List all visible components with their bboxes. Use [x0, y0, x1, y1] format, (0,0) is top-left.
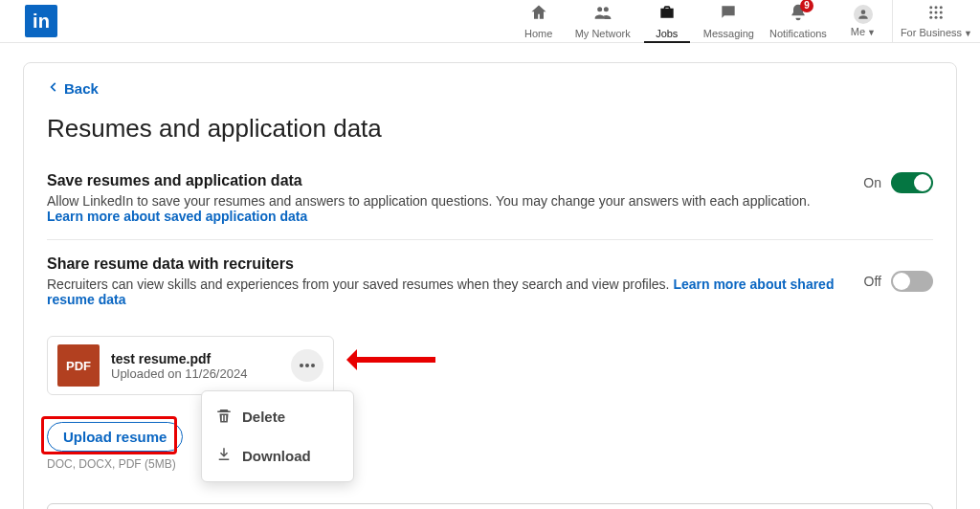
grid-icon — [927, 4, 945, 25]
nav-label: Home — [524, 28, 552, 39]
nav-label: My Network — [575, 28, 631, 39]
svg-point-9 — [300, 364, 303, 367]
svg-point-5 — [940, 11, 943, 14]
toggle-label: On — [863, 175, 881, 190]
download-icon — [215, 446, 233, 466]
info-banner: Your saved resumes allow us to improve y… — [47, 503, 933, 509]
menu-label: Download — [242, 448, 311, 464]
toggle-save-resumes[interactable] — [891, 172, 933, 193]
nav-label: Jobs — [656, 28, 678, 39]
page-title: Resumes and application data — [47, 114, 933, 144]
menu-download[interactable]: Download — [202, 436, 353, 476]
nav-label: Notifications — [769, 28, 827, 39]
svg-point-1 — [935, 6, 938, 9]
nav-network[interactable]: My Network — [568, 0, 638, 42]
menu-label: Delete — [242, 409, 285, 425]
avatar-icon — [854, 5, 873, 24]
nav-label: For Business▼ — [901, 27, 972, 38]
nav-label: Messaging — [703, 28, 754, 39]
top-nav: in Home My Network Jobs Messaging — [0, 0, 980, 43]
message-icon — [719, 3, 738, 26]
annotation-arrow — [349, 354, 435, 364]
toggle-share-recruiters[interactable] — [891, 271, 933, 292]
svg-point-6 — [930, 16, 933, 19]
badge: 9 — [800, 0, 813, 12]
briefcase-icon — [657, 3, 677, 26]
resume-options-menu: Delete Download — [201, 390, 354, 482]
resume-date: Uploaded on 11/26/2024 — [111, 366, 247, 381]
settings-card: Back Resumes and application data Save r… — [23, 62, 957, 509]
svg-point-2 — [940, 6, 943, 9]
nav-messaging[interactable]: Messaging — [696, 0, 762, 42]
back-label: Back — [64, 80, 99, 97]
chevron-down-icon: ▼ — [964, 29, 972, 38]
section-share-recruiters: Share resume data with recruiters Recrui… — [47, 239, 933, 486]
upload-resume-button[interactable]: Upload resume — [47, 422, 183, 452]
upload-hint: DOC, DOCX, PDF (5MB) — [47, 457, 183, 471]
nav-label: Me▼ — [851, 26, 876, 37]
menu-delete[interactable]: Delete — [202, 397, 353, 436]
svg-point-8 — [940, 16, 943, 19]
back-link[interactable]: Back — [47, 80, 933, 97]
nav-notifications[interactable]: 9 Notifications — [762, 0, 835, 42]
learn-more-link[interactable]: Learn more about saved application data — [47, 209, 307, 224]
home-icon — [529, 3, 548, 26]
more-options-button[interactable] — [291, 349, 323, 382]
svg-point-7 — [935, 16, 938, 19]
svg-point-11 — [311, 364, 315, 367]
ellipsis-icon — [299, 363, 316, 368]
resume-card: PDF test resume.pdf Uploaded on 11/26/20… — [47, 336, 334, 395]
section-title: Share resume data with recruiters — [47, 255, 849, 273]
nav-jobs[interactable]: Jobs — [638, 0, 696, 42]
nav-home[interactable]: Home — [510, 0, 568, 42]
bell-icon: 9 — [789, 3, 808, 26]
chevron-left-icon — [47, 80, 60, 97]
section-save-resumes: Save resumes and application data Allow … — [47, 168, 933, 239]
toggle-label: Off — [864, 274, 881, 289]
linkedin-logo[interactable]: in — [25, 5, 57, 37]
svg-point-4 — [935, 11, 938, 14]
nav-business[interactable]: For Business▼ — [893, 0, 980, 42]
chevron-down-icon: ▼ — [867, 28, 876, 37]
section-desc: Allow LinkedIn to save your resumes and … — [47, 193, 848, 224]
nav-me[interactable]: Me▼ — [835, 0, 892, 42]
resume-filename: test resume.pdf — [111, 351, 247, 366]
trash-icon — [215, 407, 233, 427]
svg-point-10 — [305, 364, 309, 367]
pdf-icon: PDF — [57, 344, 100, 387]
section-desc: Recruiters can view skills and experienc… — [47, 277, 849, 307]
people-icon — [593, 3, 612, 26]
svg-point-3 — [930, 11, 933, 14]
section-title: Save resumes and application data — [47, 172, 848, 189]
svg-point-0 — [930, 6, 933, 9]
